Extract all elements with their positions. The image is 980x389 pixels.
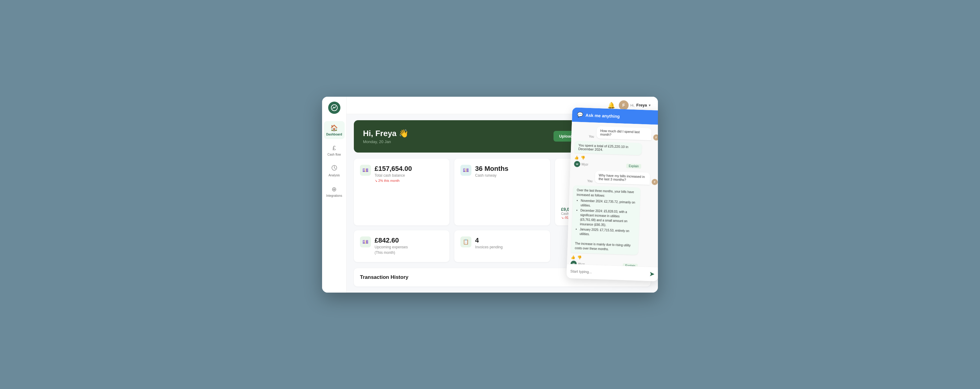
arrow-down-icon: ↘ <box>375 179 377 183</box>
invoices-info: 4 Invoices pending <box>475 237 503 251</box>
chat-input-area: ➤ <box>566 264 658 281</box>
top-bar-right: 🔔 F Hi, Freya ▾ <box>608 100 651 110</box>
user-menu[interactable]: F Hi, Freya ▾ <box>619 100 651 110</box>
cash-runway-card: 💷 36 Months Cash runway <box>454 159 550 225</box>
cash-balance-amount: £157,654.00 <box>375 165 412 173</box>
chat-message-3: You Why have my bills increased in the l… <box>587 170 658 185</box>
chat-message-4: Over the last three months, your bills h… <box>571 185 641 267</box>
total-cash-card: 💷 £157,654.00 Total cash balance ↘ 2% th… <box>354 159 449 225</box>
expenses-info: £842.60 Upcoming expenses (This month) <box>375 237 408 256</box>
invoices-icon: 📋 <box>460 237 471 248</box>
chat-messages: You How much did I spend last month? F Y… <box>567 121 658 267</box>
sidebar-item-dashboard[interactable]: 🏠 Dashboard <box>324 121 345 139</box>
home-icon: 🏠 <box>330 124 338 132</box>
bot-bubble-1: You spent a total of £25,220.10 in Decem… <box>574 141 642 155</box>
bot-avatar-1: W <box>574 161 581 167</box>
you-label-2: You <box>587 179 592 183</box>
bot-footer-1: W Wyzr Explain <box>574 161 641 169</box>
expenses-amount: £842.60 <box>375 237 408 245</box>
cash-runway-icon: 💷 <box>460 165 471 176</box>
sidebar-item-label: Cash flow <box>328 153 341 156</box>
cash-balance-change: ↘ 2% this month <box>375 179 412 183</box>
notification-icon[interactable]: 🔔 <box>608 102 615 109</box>
user-avatar-1: F <box>653 134 658 141</box>
user-name: Freya <box>636 103 647 107</box>
thumbs-row-1: 👍 👎 <box>574 155 641 162</box>
cash-runway-amount: 36 Months <box>475 165 508 173</box>
hero-greeting: Hi, Freya 👋 <box>363 129 409 138</box>
thumbs-up-icon-1[interactable]: 👍 <box>574 155 579 160</box>
sidebar-item-cashflow[interactable]: £ Cash flow <box>324 141 345 159</box>
sidebar-item-analysis[interactable]: Analysis <box>324 162 345 180</box>
explain-button-1[interactable]: Explain <box>626 163 641 168</box>
chat-message-2: You spent a total of £25,220.10 in Decem… <box>574 141 642 169</box>
chat-input[interactable] <box>570 269 647 276</box>
sidebar-item-label: Dashboard <box>326 133 342 136</box>
invoices-label: Invoices pending <box>475 245 503 249</box>
thumbs-down-icon-2[interactable]: 👎 <box>577 255 582 260</box>
cash-balance-icon: 💷 <box>360 165 371 176</box>
analysis-icon <box>331 165 337 172</box>
bot-bubble-2: Over the last three months, your bills h… <box>571 185 641 255</box>
upcoming-expenses-card: 💷 £842.60 Upcoming expenses (This month) <box>354 230 449 262</box>
cashflow-icon: £ <box>332 144 336 152</box>
hero-date: Monday, 20 Jan <box>363 140 409 144</box>
bot-name-1: Wyzr <box>581 162 588 166</box>
you-label-1: You <box>589 135 594 138</box>
avatar: F <box>619 100 628 110</box>
cash-runway-label: Cash runway <box>475 173 508 178</box>
invoices-card: 📋 4 Invoices pending <box>454 230 550 262</box>
integrations-icon: ⊕ <box>332 186 337 193</box>
chat-send-button[interactable]: ➤ <box>649 270 655 278</box>
hi-label: Hi, <box>630 103 635 107</box>
user-avatar-2: F <box>652 179 658 185</box>
chat-icon: 💬 <box>577 112 584 118</box>
user-bubble-2: Why have my bills increased in the last … <box>595 171 650 184</box>
hero-text: Hi, Freya 👋 Monday, 20 Jan <box>363 129 409 144</box>
chat-message-1: You How much did I spend last month? F <box>589 126 658 140</box>
cash-balance-info: £157,654.00 Total cash balance ↘ 2% this… <box>375 165 412 183</box>
sidebar: 🏠 Dashboard £ Cash flow Analysis ⊕ Integ… <box>322 97 347 292</box>
sidebar-item-integrations[interactable]: ⊕ Integrations <box>324 183 345 200</box>
thumbs-row-2: 👍 👎 <box>571 255 638 262</box>
thumbs-down-icon-1[interactable]: 👎 <box>581 155 585 160</box>
app-logo <box>328 102 340 114</box>
expenses-icon: 💷 <box>360 237 371 248</box>
expenses-label: Upcoming expenses <box>375 245 408 249</box>
cash-balance-label: Total cash balance <box>375 173 412 178</box>
sidebar-item-label: Integrations <box>326 194 342 197</box>
cash-runway-info: 36 Months Cash runway <box>475 165 508 179</box>
invoices-count: 4 <box>475 237 503 245</box>
chevron-down-icon: ▾ <box>649 103 651 107</box>
expenses-sublabel: (This month) <box>375 251 408 255</box>
user-bubble-1: How much did I spend last month? <box>596 126 652 140</box>
chat-header-title: Ask me anything <box>585 112 620 118</box>
thumbs-up-icon-2[interactable]: 👍 <box>571 255 575 260</box>
sidebar-item-label: Analysis <box>328 174 340 177</box>
chat-panel: 💬 Ask me anything You How much did I spe… <box>566 107 658 281</box>
